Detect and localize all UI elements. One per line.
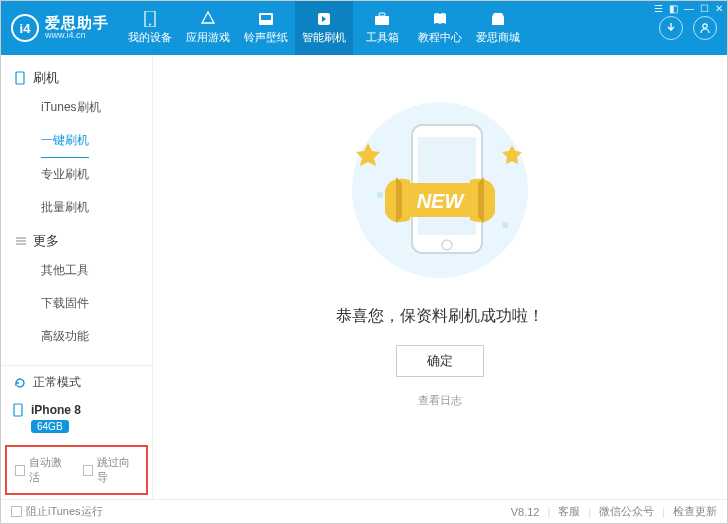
checkbox-icon — [11, 506, 22, 517]
refresh-icon — [13, 376, 27, 390]
checkbox-label: 阻止iTunes运行 — [26, 504, 103, 519]
tab-store[interactable]: 爱思商城 — [469, 1, 527, 55]
tab-apps[interactable]: 应用游戏 — [179, 1, 237, 55]
book-icon — [431, 11, 449, 27]
tab-tutorials[interactable]: 教程中心 — [411, 1, 469, 55]
sidebar-section-more: 更多 — [1, 224, 152, 254]
sidebar-section-flash: 刷机 — [1, 61, 152, 91]
close-button[interactable]: ✕ — [715, 3, 723, 14]
sidebar-item-advanced[interactable]: 高级功能 — [1, 320, 152, 353]
sidebar-item-other-tools[interactable]: 其他工具 — [1, 254, 152, 287]
tab-label: 智能刷机 — [302, 30, 346, 45]
svg-rect-13 — [14, 404, 22, 416]
activation-options: 自动激活 跳过向导 — [5, 445, 148, 495]
wallpaper-icon — [257, 11, 275, 27]
svg-point-8 — [703, 24, 707, 28]
skin-icon[interactable]: ◧ — [669, 3, 678, 14]
maximize-button[interactable]: ☐ — [700, 3, 709, 14]
sidebar-item-oneclick-flash[interactable]: 一键刷机 — [41, 124, 89, 158]
auto-activate-checkbox[interactable]: 自动激活 — [15, 455, 71, 485]
tab-ringtones[interactable]: 铃声壁纸 — [237, 1, 295, 55]
sidebar: 刷机 iTunes刷机 一键刷机 专业刷机 批量刷机 更多 其他工具 下载固件 … — [1, 55, 153, 499]
checkbox-icon — [15, 465, 25, 476]
sidebar-item-download-fw[interactable]: 下载固件 — [1, 287, 152, 320]
section-title: 刷机 — [33, 69, 59, 87]
ok-button[interactable]: 确定 — [396, 345, 484, 377]
svg-rect-5 — [375, 16, 389, 25]
svg-point-1 — [149, 24, 151, 26]
device-mode[interactable]: 正常模式 — [1, 366, 152, 399]
flash-icon — [315, 11, 333, 27]
success-message: 恭喜您，保资料刷机成功啦！ — [336, 306, 544, 327]
checkbox-icon — [83, 465, 93, 476]
tab-label: 爱思商城 — [476, 30, 520, 45]
tab-toolbox[interactable]: 工具箱 — [353, 1, 411, 55]
svg-rect-9 — [16, 72, 24, 84]
tab-label: 教程中心 — [418, 30, 462, 45]
tab-label: 应用游戏 — [186, 30, 230, 45]
block-itunes-checkbox[interactable]: 阻止iTunes运行 — [11, 504, 103, 519]
status-bar: 阻止iTunes运行 V8.12 | 客服 | 微信公众号 | 检查更新 — [1, 499, 727, 523]
skip-wizard-checkbox[interactable]: 跳过向导 — [83, 455, 139, 485]
svg-point-18 — [502, 222, 508, 228]
phone-icon — [15, 71, 27, 85]
svg-rect-3 — [261, 15, 271, 20]
tab-flash[interactable]: 智能刷机 — [295, 1, 353, 55]
menu-icon[interactable]: ☰ — [654, 3, 663, 14]
tab-label: 我的设备 — [128, 30, 172, 45]
sidebar-item-batch-flash[interactable]: 批量刷机 — [1, 191, 152, 224]
checkbox-label: 跳过向导 — [97, 455, 138, 485]
sidebar-bottom: 正常模式 iPhone 8 64GB 自动激活 跳过向导 — [1, 365, 152, 499]
view-log-link[interactable]: 查看日志 — [418, 393, 462, 408]
apps-icon — [199, 11, 217, 27]
minimize-button[interactable]: — — [684, 3, 694, 14]
app-window: i4 爱思助手 www.i4.cn 我的设备 应用游戏 铃声壁纸 智能刷机 — [0, 0, 728, 524]
mode-label: 正常模式 — [33, 374, 81, 391]
top-tabs: 我的设备 应用游戏 铃声壁纸 智能刷机 工具箱 教程中心 — [121, 1, 649, 55]
header: i4 爱思助手 www.i4.cn 我的设备 应用游戏 铃声壁纸 智能刷机 — [1, 1, 727, 55]
body: 刷机 iTunes刷机 一键刷机 专业刷机 批量刷机 更多 其他工具 下载固件 … — [1, 55, 727, 499]
tab-my-device[interactable]: 我的设备 — [121, 1, 179, 55]
store-icon — [489, 11, 507, 27]
storage-badge: 64GB — [31, 420, 69, 433]
toolbox-icon — [373, 11, 391, 27]
phone-icon — [141, 11, 159, 27]
user-button[interactable] — [693, 16, 717, 40]
section-title: 更多 — [33, 232, 59, 250]
svg-point-17 — [377, 192, 383, 198]
sidebar-item-pro-flash[interactable]: 专业刷机 — [1, 158, 152, 191]
logo-url: www.i4.cn — [45, 31, 109, 41]
success-illustration: NEW — [330, 95, 550, 288]
logo: i4 爱思助手 www.i4.cn — [1, 1, 121, 55]
window-controls: ☰ ◧ — ☐ ✕ — [654, 3, 723, 14]
svg-rect-7 — [492, 17, 504, 25]
logo-icon: i4 — [11, 14, 39, 42]
sidebar-item-itunes-flash[interactable]: iTunes刷机 — [1, 91, 152, 124]
version-label: V8.12 — [511, 506, 540, 518]
new-banner-text: NEW — [417, 190, 466, 212]
device-name-row[interactable]: iPhone 8 — [1, 399, 152, 419]
download-button[interactable] — [659, 16, 683, 40]
main-content: NEW 恭喜您，保资料刷机成功啦！ 确定 查看日志 — [153, 55, 727, 499]
checkbox-label: 自动激活 — [29, 455, 70, 485]
check-update-link[interactable]: 检查更新 — [673, 504, 717, 519]
device-name: iPhone 8 — [31, 403, 81, 417]
support-link[interactable]: 客服 — [558, 504, 580, 519]
wechat-link[interactable]: 微信公众号 — [599, 504, 654, 519]
more-icon — [15, 235, 27, 247]
logo-title: 爱思助手 — [45, 15, 109, 32]
tab-label: 工具箱 — [366, 30, 399, 45]
phone-icon — [13, 403, 25, 417]
tab-label: 铃声壁纸 — [244, 30, 288, 45]
svg-rect-6 — [379, 13, 385, 16]
